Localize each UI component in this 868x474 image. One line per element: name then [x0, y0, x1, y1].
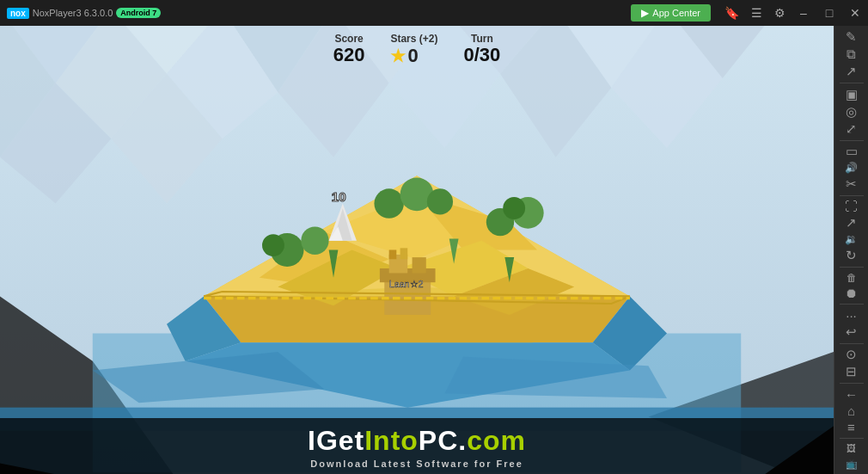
score-label: Score [333, 33, 365, 45]
divider-8 [840, 438, 864, 439]
divider-4 [840, 267, 864, 268]
watermark-sub: Download Latest Software for Free [0, 459, 834, 469]
svg-point-34 [262, 234, 284, 256]
camera-button[interactable]: ⏺ [836, 286, 867, 300]
screenshot-button[interactable]: ▣ [836, 87, 867, 102]
bookmark-icon[interactable]: 🔖 [719, 0, 744, 26]
wm-com: com [467, 425, 526, 456]
location-button[interactable]: ◎ [836, 104, 867, 120]
svg-text:10: 10 [332, 189, 346, 204]
android-badge: Android 7 [116, 8, 161, 18]
watermark-main: IGetIntoPC.com [0, 425, 834, 457]
hamburger-icon[interactable]: ☰ [746, 0, 767, 26]
scissors-button[interactable]: ✂ [836, 176, 867, 192]
volume-down-button[interactable]: 🔉 [836, 232, 867, 246]
close-button[interactable]: ✕ [842, 0, 868, 26]
play-icon: ▶ [641, 7, 649, 19]
background-svg: 10 Laan☆2 [0, 26, 834, 474]
maximize-button[interactable]: □ [816, 0, 842, 26]
stars-count: 0 [407, 45, 418, 67]
svg-point-40 [503, 197, 525, 219]
svg-text:Laan☆2: Laan☆2 [389, 279, 424, 289]
app-version: NoxPlayer3 6.3.0.0 [33, 8, 113, 18]
divider-3 [840, 195, 864, 196]
fullscreen-button[interactable]: ⛶ [836, 199, 867, 213]
app-center-label: App Center [652, 8, 700, 18]
right-sidebar: ✎ ⧉ ↗ ▣ ◎ ⤢ ▭ 🔊 ✂ ⛶ ↗ 🔉 ↻ 🗑 ⏺ ··· ↩ ⊙ ⊟ … [834, 26, 868, 474]
svg-rect-49 [400, 248, 408, 259]
wm-into: Into [364, 425, 419, 456]
nox-logo: nox NoxPlayer3 6.3.0.0 Android 7 [0, 8, 168, 19]
turn-display: Turn 0/30 [463, 33, 500, 67]
settings-icon[interactable]: ⚙ [769, 0, 791, 26]
divider-1 [840, 83, 864, 83]
turn-value: 0/30 [463, 45, 500, 65]
svg-rect-48 [389, 250, 397, 260]
refresh-button[interactable]: ↻ [836, 248, 867, 263]
volume-up-button[interactable]: 🔊 [836, 161, 867, 175]
nox-logo-box: nox [7, 8, 29, 19]
title-bar-icons: 🔖 ☰ ⚙ [719, 0, 791, 26]
divider-5 [840, 304, 864, 305]
monitor-button[interactable]: ▭ [836, 144, 867, 159]
photo-button[interactable]: 🖼 [836, 441, 867, 455]
svg-point-33 [301, 227, 328, 255]
expand-button[interactable]: ⤢ [836, 121, 867, 137]
main-layout: 10 Laan☆2 Score 620 [0, 26, 868, 474]
svg-point-37 [427, 188, 453, 214]
wm-dot: . [458, 425, 467, 456]
copy-button[interactable]: ⧉ [836, 46, 867, 62]
layers-button[interactable]: ⊟ [836, 364, 867, 379]
divider-2 [840, 140, 864, 141]
more-button[interactable]: ··· [836, 308, 867, 323]
home-button[interactable]: ⌂ [836, 403, 867, 418]
app-center-button[interactable]: ▶ App Center [631, 4, 711, 22]
minimize-button[interactable]: – [791, 0, 816, 26]
settings2-button[interactable]: ⊙ [836, 347, 867, 362]
title-bar: nox NoxPlayer3 6.3.0.0 Android 7 ▶ App C… [0, 0, 868, 26]
score-display: Score 620 [333, 33, 365, 67]
hud: Score 620 Stars (+2) ★ 0 Turn 0/30 [333, 33, 501, 67]
trash-button[interactable]: 🗑 [836, 271, 867, 285]
turn-label: Turn [463, 33, 500, 45]
star-icon: ★ [390, 46, 406, 66]
arrow-up-button[interactable]: ↗ [836, 215, 867, 231]
watermark: IGetIntoPC.com Download Latest Software … [0, 418, 834, 474]
back-button[interactable]: ← [836, 387, 867, 402]
wm-i: I [308, 425, 316, 456]
screen-cast-button[interactable]: 📺 [836, 457, 867, 471]
menu-button[interactable]: ≡ [836, 420, 867, 434]
export-button[interactable]: ↗ [836, 64, 867, 79]
divider-7 [840, 383, 864, 384]
undo-button[interactable]: ↩ [836, 324, 867, 340]
svg-point-35 [374, 188, 403, 218]
wm-get: Get [316, 425, 364, 456]
stars-label: Stars (+2) [390, 33, 437, 45]
wm-pc: PC [419, 425, 458, 456]
score-value: 620 [333, 45, 365, 65]
svg-rect-47 [413, 257, 426, 273]
stars-value: ★ 0 [390, 45, 437, 67]
stars-display: Stars (+2) ★ 0 [390, 33, 437, 67]
edit-button[interactable]: ✎ [836, 29, 867, 45]
divider-6 [840, 343, 864, 344]
game-area[interactable]: 10 Laan☆2 Score 620 [0, 26, 834, 474]
